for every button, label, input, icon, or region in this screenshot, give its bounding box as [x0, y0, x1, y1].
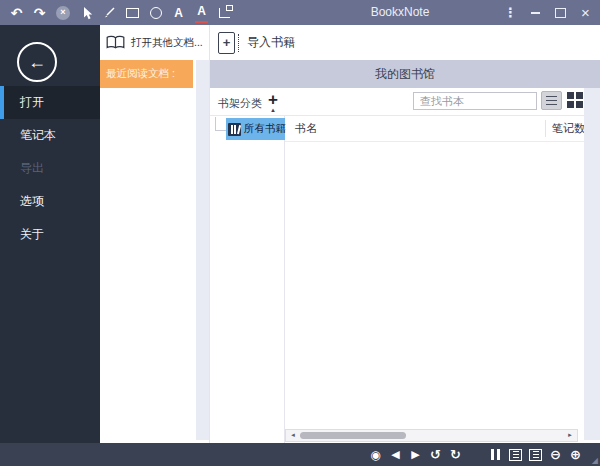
- sidebar-item-open[interactable]: 打开: [0, 86, 100, 119]
- zoom-in-icon[interactable]: ⊕: [569, 447, 582, 462]
- vertical-scrollbar-track[interactable]: [584, 88, 600, 440]
- open-book-icon: [105, 35, 126, 50]
- sidebar-item-export: 导出: [0, 152, 100, 185]
- library-panel: 导入书籍 我的图书馆 书架分类 + ▲ 所有书籍 书名: [210, 25, 600, 443]
- search-input[interactable]: [413, 92, 537, 110]
- library-toolbar: 书架分类 + ▲: [210, 88, 600, 115]
- import-book-icon: [218, 32, 235, 54]
- column-header-note-count[interactable]: 笔记数: [552, 116, 585, 141]
- menu-icon[interactable]: ⋮: [498, 0, 523, 25]
- sidebar-item-label: 关于: [20, 226, 44, 243]
- titlebar: ↶ ↷ × A A BookxNote ⋮ ×: [0, 0, 600, 25]
- import-books-button[interactable]: 导入书籍: [218, 30, 295, 55]
- redo-icon[interactable]: ↷: [33, 4, 46, 21]
- sidebar-item-label: 导出: [20, 160, 44, 177]
- window-controls: ⋮ ×: [498, 0, 598, 25]
- continuous-page-icon[interactable]: [529, 449, 542, 461]
- text-tool-icon[interactable]: A: [172, 4, 185, 21]
- grid-view-button[interactable]: [567, 92, 583, 108]
- list-view-button[interactable]: [541, 91, 562, 110]
- scroll-left-icon[interactable]: ◄: [290, 432, 296, 438]
- rotate-right-icon[interactable]: ↻: [449, 447, 462, 462]
- shelf-section-label: 书架分类: [218, 96, 262, 111]
- books-table: 书名 笔记数: [285, 116, 600, 443]
- books-table-body: [285, 142, 600, 443]
- import-books-label: 导入书籍: [247, 34, 295, 51]
- open-other-docs-button[interactable]: 打开其他文档...: [100, 25, 209, 60]
- column-divider: [545, 120, 546, 137]
- bookxnote-window: ↶ ↷ × A A BookxNote ⋮ × ← 打: [0, 0, 600, 466]
- window-title: BookxNote: [337, 0, 463, 25]
- close-button[interactable]: ×: [573, 0, 598, 25]
- highlight-tool-icon[interactable]: A: [195, 3, 208, 23]
- delete-icon[interactable]: ×: [56, 6, 70, 20]
- thumbnail-grid-icon[interactable]: [469, 447, 482, 462]
- library-content: 所有书籍 书名 笔记数 ◄ ►: [210, 115, 600, 443]
- scroll-up-icon[interactable]: ▲: [270, 107, 276, 113]
- tree-item-all-books[interactable]: 所有书籍: [226, 118, 285, 140]
- scroll-right-icon[interactable]: ►: [567, 432, 573, 438]
- locate-icon[interactable]: ◉: [369, 447, 382, 462]
- undo-icon[interactable]: ↶: [10, 4, 23, 21]
- horizontal-scrollbar[interactable]: ◄ ►: [285, 429, 578, 442]
- column-header-book-name[interactable]: 书名: [295, 116, 317, 141]
- back-button[interactable]: ←: [17, 42, 57, 82]
- recent-panel-scrollbar[interactable]: [196, 60, 209, 440]
- back-arrow-icon: ←: [28, 53, 46, 71]
- open-other-docs-label: 打开其他文档...: [131, 36, 203, 50]
- cursor-icon[interactable]: [80, 4, 93, 21]
- sidebar-item-options[interactable]: 选项: [0, 185, 100, 218]
- shelf-tree: 所有书籍: [210, 116, 285, 443]
- single-page-icon[interactable]: [509, 449, 522, 461]
- screenshot-tool-icon[interactable]: [218, 4, 231, 21]
- scrollbar-thumb[interactable]: [300, 432, 406, 439]
- sidebar-item-about[interactable]: 关于: [0, 218, 100, 251]
- sidebar-item-notebook[interactable]: 笔记本: [0, 119, 100, 152]
- rotate-left-icon[interactable]: ↺: [429, 447, 442, 462]
- prev-page-icon[interactable]: ◀: [389, 447, 402, 462]
- ellipse-tool-icon[interactable]: [149, 4, 162, 21]
- next-page-icon[interactable]: ▶: [409, 447, 422, 462]
- recent-documents-panel: 打开其他文档... 最近阅读文档 :: [100, 25, 210, 443]
- library-title: 我的图书馆: [375, 66, 435, 83]
- rectangle-tool-icon[interactable]: [126, 4, 139, 21]
- double-page-icon[interactable]: [489, 447, 502, 462]
- sidebar: ← 打开 笔记本 导出 选项 关于: [0, 25, 100, 443]
- bookshelf-icon: [228, 123, 241, 136]
- maximize-button[interactable]: [548, 0, 573, 25]
- resize-grip-icon[interactable]: ◢: [592, 456, 598, 465]
- sidebar-item-label: 笔记本: [20, 127, 56, 144]
- tree-item-label: 所有书籍: [244, 122, 286, 136]
- statusbar: ◉ ◀ ▶ ↺ ↻ ⊖ ⊕ ◢: [0, 443, 600, 466]
- recent-docs-header: 最近阅读文档 :: [100, 60, 193, 88]
- books-table-header: 书名 笔记数: [285, 116, 600, 142]
- sidebar-item-label: 选项: [20, 193, 44, 210]
- annotation-toolbar: ↶ ↷ × A A: [10, 0, 231, 25]
- zoom-out-icon[interactable]: ⊖: [549, 447, 562, 462]
- library-header-bar: 我的图书馆: [210, 60, 600, 88]
- sidebar-item-label: 打开: [20, 94, 44, 111]
- line-tool-icon[interactable]: [103, 4, 116, 21]
- minimize-button[interactable]: [523, 0, 548, 25]
